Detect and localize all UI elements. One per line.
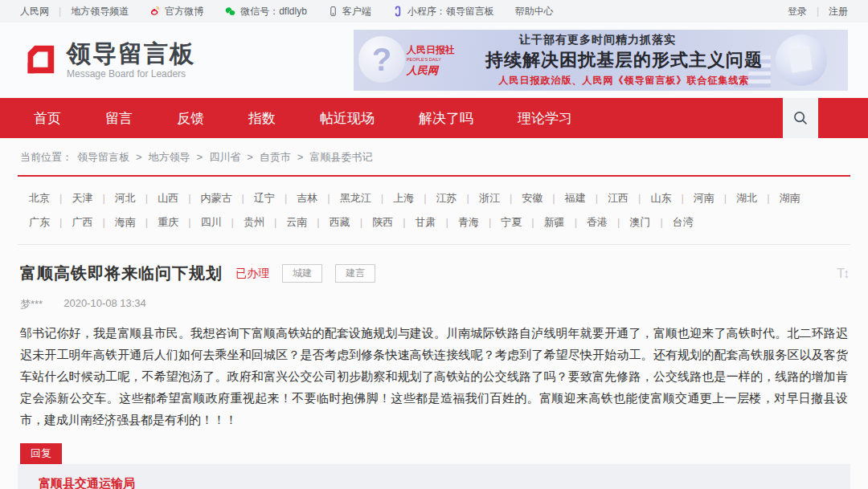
province-link[interactable]: 福建 bbox=[565, 186, 608, 210]
province-link[interactable]: 黑龙江 bbox=[340, 186, 393, 210]
province-link[interactable]: 内蒙古 bbox=[201, 186, 254, 210]
campaign-banner[interactable]: ? 人民日报社 PEOPLE'S DAILY 人民网 让干部有更多时间精力抓落实… bbox=[354, 30, 848, 91]
login-label: 登录 bbox=[788, 5, 807, 18]
province-link[interactable]: 北京 bbox=[29, 186, 72, 210]
post-header: 富顺高铁即将来临问下规划 已办理 城建 建言 T↕ bbox=[0, 245, 868, 284]
nav-feedback[interactable]: 反馈 bbox=[177, 109, 204, 128]
province-link[interactable]: 山东 bbox=[650, 186, 693, 210]
divider: | bbox=[59, 6, 61, 17]
province-link[interactable]: 天津 bbox=[72, 186, 114, 210]
province-link[interactable]: 河北 bbox=[115, 186, 158, 210]
post-tag-urban-construction[interactable]: 城建 bbox=[282, 264, 322, 283]
wechat-icon bbox=[224, 6, 236, 17]
help-center-label: 帮助中心 bbox=[515, 5, 554, 18]
nav-home[interactable]: 首页 bbox=[34, 109, 61, 128]
link-weibo[interactable]: 官方微博 bbox=[149, 5, 203, 18]
link-peoples-net[interactable]: 人民网 bbox=[20, 5, 49, 18]
province-link[interactable]: 贵州 bbox=[244, 210, 286, 234]
nav-scene[interactable]: 帖近现场 bbox=[320, 109, 375, 128]
link-local-leaders-channel[interactable]: 地方领导频道 bbox=[71, 5, 129, 18]
province-link[interactable]: 新疆 bbox=[544, 210, 587, 234]
province-link[interactable]: 安徽 bbox=[522, 186, 564, 210]
province-link[interactable]: 广西 bbox=[72, 210, 114, 234]
main-nav: 首页 留言 反馈 指数 帖近现场 解决了吗 理论学习 bbox=[0, 98, 868, 138]
search-button[interactable] bbox=[783, 98, 818, 138]
reply-box: 富顺县交通运输局 网友： bbox=[18, 464, 850, 489]
province-link[interactable]: 吉林 bbox=[297, 186, 339, 210]
breadcrumb-fushun-secretary: 富顺县委书记 bbox=[309, 150, 372, 165]
province-row-2: 广东 广西 海南 重庆 四川 贵州 云南 西藏 陕西 甘肃 青海 宁夏 新疆 香… bbox=[29, 210, 852, 234]
breadcrumb-sichuan[interactable]: 四川省 bbox=[209, 150, 260, 165]
province-link[interactable]: 云南 bbox=[286, 210, 329, 234]
register-button[interactable]: 注册 bbox=[829, 5, 848, 18]
province-link[interactable]: 香港 bbox=[587, 210, 629, 234]
weibo-icon bbox=[149, 6, 161, 17]
breadcrumb-zigong[interactable]: 自贡市 bbox=[260, 150, 310, 165]
nav-resolved[interactable]: 解决了吗 bbox=[419, 109, 473, 128]
province-link[interactable]: 江西 bbox=[608, 186, 650, 210]
province-link[interactable]: 澳门 bbox=[629, 210, 672, 234]
link-local-leaders-label: 地方领导频道 bbox=[71, 5, 129, 18]
province-link[interactable]: 宁夏 bbox=[501, 210, 543, 234]
site-logo[interactable]: 领导留言板 Message Board for Leaders bbox=[20, 42, 195, 79]
link-help-center[interactable]: 帮助中心 bbox=[515, 5, 554, 18]
breadcrumb-label: 当前位置： bbox=[20, 150, 72, 165]
post-author: 梦*** bbox=[20, 297, 43, 312]
banner-logos: 人民日报社 PEOPLE'S DAILY 人民网 bbox=[354, 43, 448, 78]
province-link[interactable]: 湖南 bbox=[780, 186, 800, 210]
banner-slogan-main: 持续解决困扰基层的形式主义问题 bbox=[448, 48, 800, 72]
province-link[interactable]: 江苏 bbox=[436, 186, 479, 210]
province-link[interactable]: 山西 bbox=[158, 186, 200, 210]
province-link[interactable]: 四川 bbox=[201, 210, 244, 234]
province-link[interactable]: 青海 bbox=[458, 210, 501, 234]
province-link[interactable]: 浙江 bbox=[479, 186, 522, 210]
province-link[interactable]: 辽宁 bbox=[254, 186, 297, 210]
province-link[interactable]: 台湾 bbox=[673, 210, 694, 234]
login-button[interactable]: 登录 bbox=[788, 5, 807, 18]
nav-index[interactable]: 指数 bbox=[248, 109, 276, 128]
province-link[interactable]: 上海 bbox=[393, 186, 436, 210]
province-link[interactable]: 西藏 bbox=[330, 210, 372, 234]
province-link[interactable]: 重庆 bbox=[158, 210, 200, 234]
nav-theory-study[interactable]: 理论学习 bbox=[518, 109, 572, 128]
peoples-daily-logo: 人民日报社 bbox=[407, 43, 448, 57]
mini-program-label: 小程序：领导留言板 bbox=[407, 5, 494, 18]
link-mini-program[interactable]: 小程序：领导留言板 bbox=[392, 5, 494, 18]
font-size-control-icon[interactable]: T↕ bbox=[837, 267, 848, 281]
mini-program-icon bbox=[392, 6, 403, 17]
province-link[interactable]: 陕西 bbox=[372, 210, 415, 234]
topbar: 人民网 | 地方领导频道 官方微博 微信号：dfldlyb 客户端 小程序：领导… bbox=[0, 0, 868, 22]
province-link[interactable]: 湖北 bbox=[736, 186, 779, 210]
post-tag-suggestion[interactable]: 建言 bbox=[335, 264, 375, 283]
client-label: 客户端 bbox=[342, 5, 371, 18]
divider: | bbox=[817, 6, 819, 17]
breadcrumb-home[interactable]: 领导留言板 bbox=[77, 150, 149, 165]
banner-slogan-sub: 人民日报政治版、人民网《领导留言板》联合征集线索 bbox=[448, 74, 800, 88]
province-link[interactable]: 海南 bbox=[115, 210, 158, 234]
link-peoples-net-label: 人民网 bbox=[20, 5, 49, 18]
link-wechat[interactable]: 微信号：dfldlyb bbox=[224, 5, 307, 18]
weibo-label: 官方微博 bbox=[165, 5, 203, 18]
province-link[interactable]: 河南 bbox=[694, 186, 736, 210]
mobile-client-icon bbox=[328, 6, 338, 17]
post-meta: 梦*** 2020-10-08 13:34 bbox=[0, 284, 868, 312]
wechat-label: 微信号：dfldlyb bbox=[240, 5, 307, 18]
post-content: 邹书记你好，我是富顺县市民。我想咨询下富顺高铁站的配套设施规划与建设。川南城际铁… bbox=[0, 312, 868, 430]
site-subtitle: Message Board for Leaders bbox=[67, 68, 195, 79]
reply-org-name[interactable]: 富顺县交通运输局 bbox=[39, 476, 829, 489]
province-link[interactable]: 甘肃 bbox=[416, 210, 458, 234]
reply-badge: 回复 bbox=[20, 443, 62, 464]
peoples-net-logo: 人民网 bbox=[407, 63, 448, 78]
breadcrumb: 当前位置： 领导留言板 地方领导 四川省 自贡市 富顺县委书记 bbox=[0, 138, 868, 175]
post-date: 2020-10-08 13:34 bbox=[63, 297, 146, 312]
banner-slogan-top: 让干部有更多时间精力抓落实 bbox=[448, 33, 800, 47]
nav-messages[interactable]: 留言 bbox=[105, 109, 133, 128]
province-link[interactable]: 广东 bbox=[29, 210, 72, 234]
link-client-app[interactable]: 客户端 bbox=[328, 5, 371, 18]
logo-mark-icon bbox=[20, 42, 57, 79]
site-header: 领导留言板 Message Board for Leaders ? 人民日报社 … bbox=[0, 22, 868, 98]
post-title: 富顺高铁即将来临问下规划 bbox=[20, 263, 223, 284]
breadcrumb-local-leaders[interactable]: 地方领导 bbox=[149, 150, 210, 165]
search-icon bbox=[792, 109, 809, 127]
post-status-badge: 已办理 bbox=[235, 267, 269, 281]
